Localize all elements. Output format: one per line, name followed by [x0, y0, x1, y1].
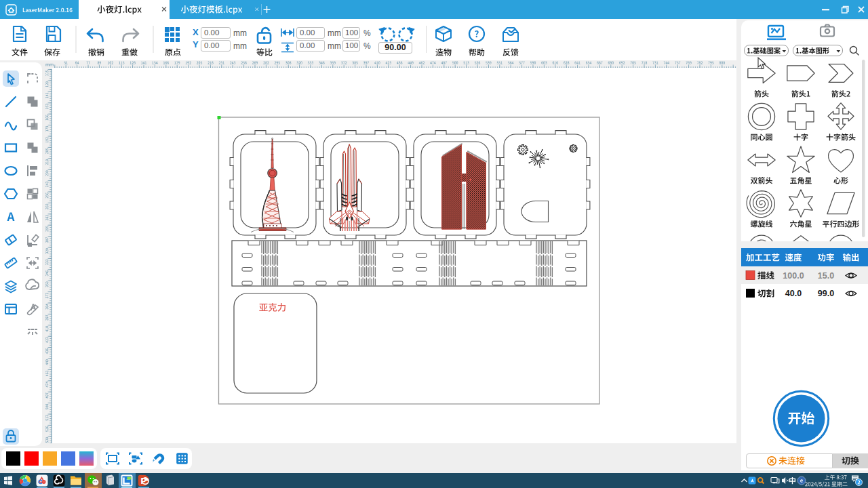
svg-text:15.0: 15.0 — [818, 271, 834, 281]
svg-text:100.0: 100.0 — [783, 271, 804, 281]
svg-text:99.0: 99.0 — [818, 289, 834, 298]
svg-text:40.0: 40.0 — [785, 289, 802, 298]
